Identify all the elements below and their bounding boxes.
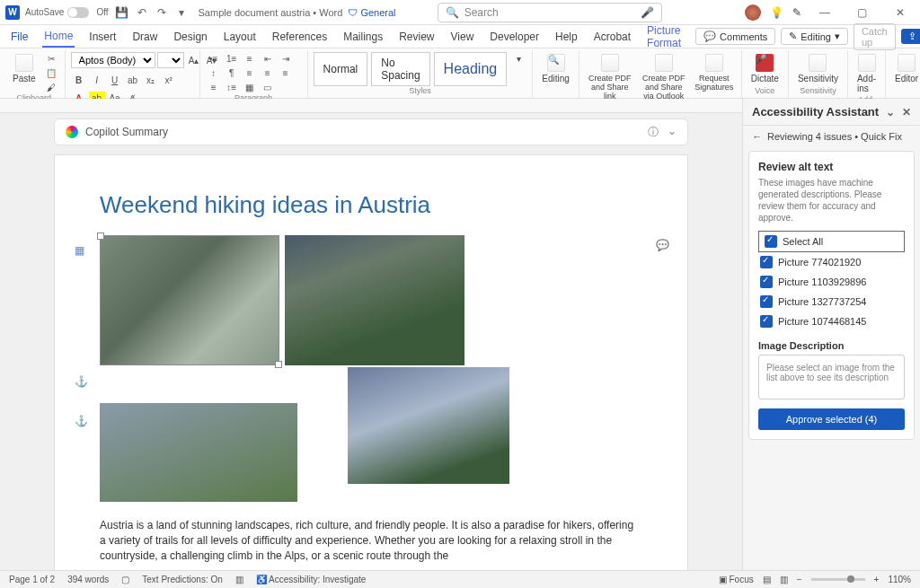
checkbox-icon[interactable] [760,315,773,328]
italic-button[interactable]: I [89,74,105,86]
view-web-icon[interactable]: ▥ [780,575,788,584]
image-list-item[interactable]: Picture 774021920 [758,252,905,272]
copy-icon[interactable]: 📋 [43,66,59,79]
format-painter-icon[interactable]: 🖌 [43,81,59,93]
pen-icon[interactable]: ✎ [792,6,801,19]
search-input[interactable]: 🔍 Search 🎤 [438,3,662,22]
increase-indent-button[interactable]: ⇥ [278,52,294,65]
tab-references[interactable]: References [270,27,329,47]
dictate-button[interactable]: 🎤Dictate [748,52,783,85]
tab-insert[interactable]: Insert [87,27,118,47]
font-size-select[interactable]: 11 [157,52,184,68]
sort-button[interactable]: ↕ [206,66,222,79]
checkbox-icon[interactable] [760,256,773,268]
subscript-button[interactable]: x₂ [143,74,159,86]
select-all-row[interactable]: Select All [758,231,905,252]
addins-button[interactable]: Add-ins [854,52,880,95]
zoom-out-icon[interactable]: − [797,575,802,584]
editor-button[interactable]: Editor [891,52,920,85]
zoom-slider[interactable] [811,578,865,581]
redo-icon[interactable]: ↷ [155,5,169,20]
tab-mailings[interactable]: Mailings [341,27,385,47]
selected-image[interactable] [100,235,279,365]
tab-home[interactable]: Home [42,26,75,48]
tab-file[interactable]: File [9,27,30,47]
display-settings-icon[interactable]: ▥ [235,575,243,584]
info-icon[interactable]: ⓘ [648,125,659,140]
checkbox-icon[interactable] [760,276,773,288]
ruler[interactable] [0,99,742,113]
styles-more-icon[interactable]: ▾ [510,52,526,65]
editing-button[interactable]: 🔍Editing [538,52,573,85]
tab-design[interactable]: Design [172,27,208,47]
create-pdf-outlook-button[interactable]: Create PDF and Share via Outlook [639,52,689,102]
tab-developer[interactable]: Developer [488,27,541,47]
language-icon[interactable]: ▢ [121,575,129,584]
approve-button[interactable]: Approve selected (4) [758,408,905,430]
image-list-item[interactable]: Picture 1074468145 [758,312,905,331]
strike-button[interactable]: ab [125,74,141,86]
tab-acrobat[interactable]: Acrobat [592,27,632,47]
tab-view[interactable]: View [449,27,476,47]
word-count[interactable]: 394 words [67,575,109,584]
share-button[interactable]: ⇪ Share ▾ [901,29,920,44]
justify-button[interactable]: ≡ [206,81,222,93]
multilevel-button[interactable]: ≡ [242,52,258,65]
image-3[interactable] [100,403,297,502]
image-2[interactable] [285,235,464,365]
sensitivity-button[interactable]: Sensitivity [794,52,842,85]
font-name-select[interactable]: Aptos (Body) [71,52,155,68]
maximize-button[interactable]: ▢ [848,3,877,22]
autosave-toggle[interactable] [67,7,89,18]
zoom-in-icon[interactable]: + [874,575,880,584]
align-center-button[interactable]: ≡ [260,66,276,79]
minimize-button[interactable]: — [810,3,839,22]
borders-button[interactable]: ▭ [260,81,276,93]
shading-button[interactable]: ▦ [242,81,258,93]
tab-review[interactable]: Review [397,27,436,47]
accessibility-status[interactable]: ♿ Accessibility: Investigate [256,575,367,584]
decrease-indent-button[interactable]: ⇤ [260,52,276,65]
create-pdf-share-link-button[interactable]: Create PDF and Share link [585,52,635,102]
mic-icon[interactable]: 🎤 [641,6,654,19]
image-list-item[interactable]: Picture 1327737254 [758,292,905,312]
align-right-button[interactable]: ≡ [278,66,294,79]
back-icon[interactable]: ← [752,131,762,142]
tab-layout[interactable]: Layout [222,27,258,47]
layout-options-icon[interactable]: ▦ [75,244,89,259]
tab-draw[interactable]: Draw [130,27,159,47]
superscript-button[interactable]: x² [161,74,177,86]
page-status[interactable]: Page 1 of 2 [9,575,55,584]
image-list-item[interactable]: Picture 1103929896 [758,272,905,292]
chevron-down-icon[interactable]: ⌄ [886,106,895,118]
chevron-down-icon[interactable]: ⌄ [668,125,677,140]
description-box[interactable]: Please select an image from the list abo… [758,355,905,399]
zoom-level[interactable]: 110% [888,575,911,584]
focus-mode[interactable]: ▣ Focus [719,575,754,584]
tab-help[interactable]: Help [553,27,579,47]
underline-button[interactable]: U [107,74,123,86]
checkbox-icon[interactable] [760,295,773,308]
request-signatures-button[interactable]: Request Signatures [693,52,736,93]
text-predictions[interactable]: Text Predictions: On [142,575,222,584]
cut-icon[interactable]: ✂ [43,52,59,65]
editing-mode-button[interactable]: ✎ Editing ▾ [781,28,848,45]
catchup-button[interactable]: Catch up [854,23,896,50]
align-left-button[interactable]: ≡ [242,66,258,79]
style-normal[interactable]: Normal [314,52,368,86]
view-print-icon[interactable]: ▤ [763,575,771,584]
lightbulb-icon[interactable]: 💡 [770,6,783,19]
numbering-button[interactable]: 1≡ [224,52,240,65]
style-heading[interactable]: Heading [434,52,508,86]
copilot-summary-bar[interactable]: Copilot Summary ⓘ ⌄ [54,118,688,145]
checkbox-icon[interactable] [765,235,777,248]
undo-icon[interactable]: ↶ [135,5,149,20]
bold-button[interactable]: B [71,74,87,86]
image-4[interactable] [348,367,509,484]
panel-breadcrumb[interactable]: ← Reviewing 4 issues • Quick Fix [743,126,920,147]
show-marks-button[interactable]: ¶ [224,66,240,79]
bullets-button[interactable]: •≡ [206,52,222,65]
style-no-spacing[interactable]: No Spacing [371,52,429,86]
qat-dropdown-icon[interactable]: ▾ [174,5,189,20]
save-icon[interactable]: 💾 [115,5,129,20]
